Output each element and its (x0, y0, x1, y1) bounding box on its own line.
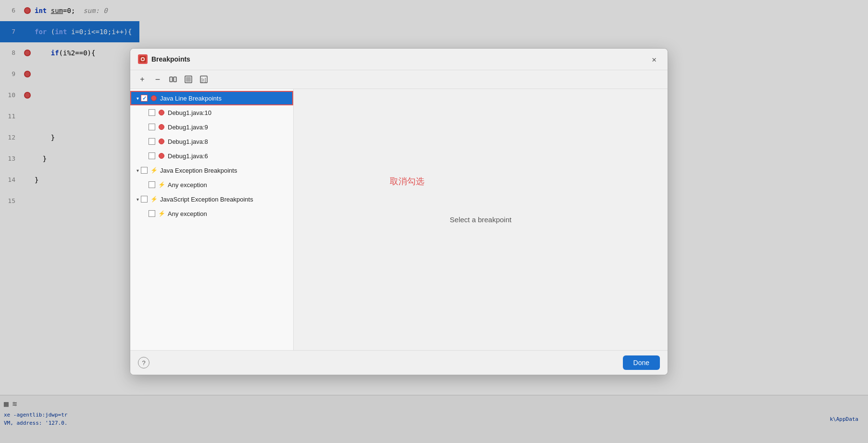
debug1-8-label: Debug1.java:8 (168, 138, 208, 145)
checkbox-debug1-8[interactable] (149, 138, 155, 145)
breakpoints-dialog: Breakpoints ✕ + − [c] (130, 48, 668, 375)
debug1-10-label: Debug1.java:10 (168, 109, 211, 116)
group-java-line[interactable]: ▾ ✓ Java Line Breakpoints (130, 91, 293, 105)
checkbox-any-exception-java[interactable] (149, 181, 155, 188)
checkbox-any-exception-js[interactable] (149, 210, 155, 217)
java-line-icon (150, 94, 158, 102)
group-button[interactable] (167, 73, 179, 86)
svg-rect-4 (174, 77, 176, 82)
item-debug1-9[interactable]: Debug1.java:9 (130, 120, 293, 134)
js-exception-label: JavaScript Exception Breakpoints (160, 196, 253, 203)
debug1-10-icon (158, 109, 165, 116)
annotation-text: 取消勾选 (390, 176, 424, 187)
debug1-6-label: Debug1.java:6 (168, 152, 208, 160)
dialog-title: Breakpoints (151, 55, 648, 63)
debug1-8-icon (158, 138, 165, 145)
any-exception-java-icon: ⚡ (158, 181, 165, 189)
checkbox-debug1-9[interactable] (149, 124, 155, 130)
checkbox-debug1-6[interactable] (149, 152, 155, 159)
chevron-js-exception: ▾ (134, 196, 141, 203)
content-panel: 取消勾选 Select a breakpoint (294, 89, 668, 350)
svg-text:[c]: [c] (201, 77, 206, 82)
java-line-label: Java Line Breakpoints (160, 95, 222, 102)
chevron-java-exception: ▾ (134, 167, 141, 174)
java-exception-label: Java Exception Breakpoints (160, 167, 237, 174)
chevron-java-line: ▾ (134, 95, 141, 101)
dialog-title-bar: Breakpoints ✕ (130, 49, 668, 70)
svg-point-2 (142, 58, 144, 61)
done-button[interactable]: Done (623, 355, 660, 370)
svg-rect-3 (170, 77, 173, 82)
debug1-9-icon (158, 123, 165, 131)
select-breakpoint-placeholder: Select a breakpoint (450, 215, 511, 224)
checkbox-js-exception[interactable] (141, 196, 148, 203)
item-any-exception-js[interactable]: ⚡ Any exception (130, 206, 293, 221)
close-button[interactable]: ✕ (648, 53, 660, 65)
any-exception-java-label: Any exception (168, 181, 207, 189)
remove-button[interactable]: − (151, 73, 164, 86)
tree-panel: ▾ ✓ Java Line Breakpoints Debug1.java:10 (130, 89, 294, 350)
item-debug1-10[interactable]: Debug1.java:10 (130, 105, 293, 120)
item-debug1-8[interactable]: Debug1.java:8 (130, 134, 293, 149)
add-button[interactable]: + (136, 73, 149, 86)
java-exception-icon: ⚡ (150, 166, 158, 174)
group-java-exception[interactable]: ▾ ⚡ Java Exception Breakpoints (130, 163, 293, 177)
dialog-footer: ? Done (130, 350, 668, 375)
any-exception-js-icon: ⚡ (158, 210, 165, 217)
debug1-9-label: Debug1.java:9 (168, 124, 208, 131)
checkbox-debug1-10[interactable] (149, 109, 155, 116)
debug1-6-icon (158, 152, 165, 160)
checkbox-java-line[interactable]: ✓ (141, 95, 148, 101)
any-exception-js-label: Any exception (168, 210, 207, 217)
help-button[interactable]: ? (138, 357, 149, 368)
svg-rect-6 (186, 77, 191, 82)
js-exception-icon: ⚡ (150, 195, 158, 203)
dialog-toolbar: + − [c] (130, 70, 668, 89)
item-any-exception-java[interactable]: ⚡ Any exception (130, 177, 293, 192)
dialog-body: ▾ ✓ Java Line Breakpoints Debug1.java:10 (130, 89, 668, 350)
view-button[interactable] (182, 73, 195, 86)
item-debug1-6[interactable]: Debug1.java:6 (130, 149, 293, 163)
settings-button[interactable]: [c] (198, 73, 210, 86)
dialog-icon (138, 54, 148, 64)
group-js-exception[interactable]: ▾ ⚡ JavaScript Exception Breakpoints (130, 192, 293, 206)
checkbox-java-exception[interactable] (141, 167, 148, 174)
